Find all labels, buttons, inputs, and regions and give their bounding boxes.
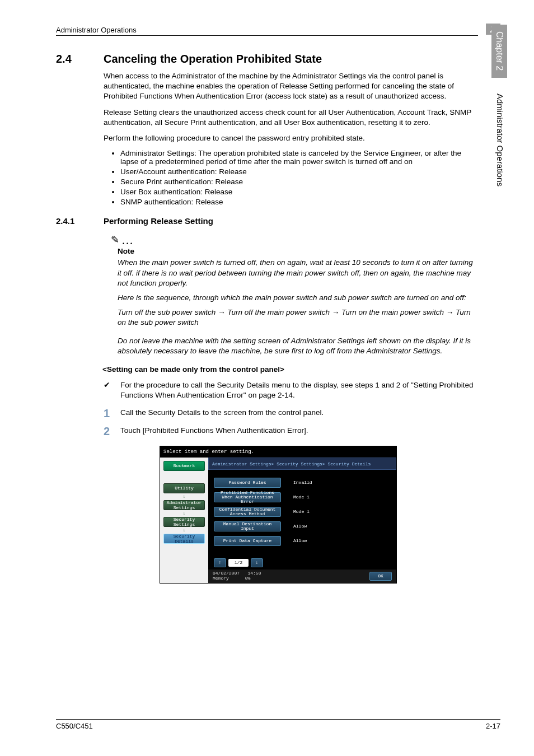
subsection-title: Performing Release Setting [104,216,213,226]
subsection-number: 2.4.1 [56,216,104,226]
bookmark-button[interactable]: Bookmark [163,461,205,471]
panel-main: Administrator Settings> Security Setting… [208,458,396,583]
step-text: Call the Security Details to the screen … [120,408,478,418]
note-text: When the main power switch is turned off… [118,258,478,288]
option-print-data-capture[interactable]: Print Data Capture [214,536,281,546]
step-number: 2 [104,426,120,437]
crumb-security-settings[interactable]: Security Settings [163,517,205,527]
option-password-rules[interactable]: Password Rules [214,478,281,488]
chevron-down-icon: ↓ [181,494,187,499]
step-text: Touch [Prohibited Functions When Authent… [120,426,478,436]
crumb-admin-settings[interactable]: Administrator Settings [163,500,205,510]
list-item: Secure Print authentication: Release [120,178,478,186]
page-up-button[interactable]: ↑ [214,558,226,567]
page-down-button[interactable]: ↓ [251,558,263,567]
panel-breadcrumb: Administrator Settings> Security Setting… [208,458,396,470]
note-label: Note [118,247,478,255]
panel-instruction: Select item and enter setting. [160,446,396,458]
section-number: 2.4 [56,53,104,66]
check-icon: ✔ [104,380,120,390]
header-title: Administrator Operations [56,26,137,34]
option-value: Allow [293,524,321,529]
panel-status: 04/02/2007 14:50 Memory 0% [213,571,261,581]
side-chapter-title: Administrator Operations [495,84,505,196]
option-value: Invalid [293,480,321,485]
crumb-utility[interactable]: Utility [163,483,205,493]
step-text: For the procedure to call the Security D… [120,380,478,400]
option-prohibited-functions[interactable]: Prohibited Functions When Authentication… [214,492,281,502]
list-item: SNMP authentication: Release [120,198,478,206]
ok-button[interactable]: OK [369,572,392,581]
note-icon: ✎ ... [111,234,471,247]
option-value: Mode 1 [293,509,321,514]
footer-model: C550/C451 [56,722,93,730]
chevron-down-icon: ↓ [181,511,187,516]
setting-heading: <Setting can be made only from the contr… [102,365,463,374]
footer-page: 2-17 [486,722,500,730]
page-indicator: 1/2 [228,559,249,567]
side-chapter-tab: Chapter 2 [491,25,507,78]
list-item: Administrator Settings: The operation pr… [120,149,478,166]
list-item: User/Account authentication: Release [120,167,478,176]
page-header: Administrator Operations [56,26,478,36]
list-item: User Box authentication: Release [120,188,478,196]
section-title: Canceling the Operation Prohibited State [104,53,322,66]
paragraph: Perform the following procedure to cance… [104,133,478,143]
step-number: 1 [104,408,120,419]
option-manual-dest[interactable]: Manual Destination Input [214,521,281,531]
option-confidential-doc[interactable]: Confidential Document Access Method [214,507,281,517]
control-panel-screenshot: Select item and enter setting. Bookmark … [160,446,397,584]
paragraph: When access to the Administrator of the … [104,71,478,102]
panel-sidebar: Bookmark Utility ↓ Administrator Setting… [160,458,208,583]
note-text: Here is the sequence, through which the … [118,293,478,303]
paragraph: Release Setting clears the unauthorized … [104,108,478,128]
bullet-list: Administrator Settings: The operation pr… [104,149,478,206]
chevron-down-icon: ↓ [181,528,187,533]
crumb-security-details[interactable]: Security Details [163,534,205,544]
option-value: Allow [293,538,321,543]
option-value: Mode 1 [293,494,321,500]
note-text: Turn off the sub power switch → Turn off… [118,307,478,328]
note-text: Do not leave the machine with the settin… [118,336,478,356]
